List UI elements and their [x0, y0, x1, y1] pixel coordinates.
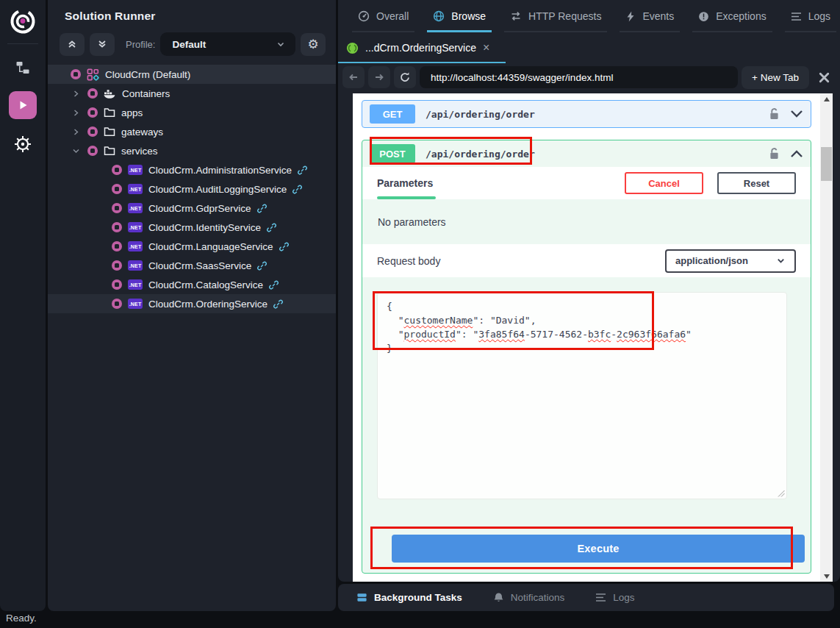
status-donut-icon — [112, 184, 122, 194]
status-donut-icon — [112, 203, 122, 213]
tree-root-label: CloudCrm (Default) — [105, 69, 190, 80]
tab-label: Events — [642, 10, 674, 22]
tree-item-saas-service[interactable]: .NET CloudCrm.SaasService — [48, 256, 336, 275]
scroll-down-icon[interactable] — [820, 571, 833, 582]
docker-icon — [104, 88, 116, 99]
method-badge-post: POST — [370, 144, 415, 163]
status-donut-icon — [112, 279, 122, 290]
link-icon[interactable] — [266, 222, 277, 233]
tab-overall[interactable]: Overall — [358, 0, 409, 32]
chevron-down-icon[interactable] — [790, 110, 803, 118]
back-button[interactable] — [342, 66, 365, 88]
link-icon[interactable] — [256, 203, 268, 214]
exclamation-circle-icon — [698, 11, 709, 22]
bottom-logs-button[interactable]: Logs — [595, 592, 634, 603]
expand-all-button[interactable] — [90, 33, 115, 56]
tree-root-cloudcrm[interactable]: CloudCrm (Default) — [48, 65, 336, 84]
tree-item-label: CloudCrm.SaasService — [148, 260, 251, 271]
request-body-editor[interactable]: { "customerName": "David", "productId": … — [377, 292, 787, 499]
double-chevron-down-icon — [97, 39, 107, 49]
chevron-up-icon[interactable] — [790, 149, 803, 158]
link-icon[interactable] — [297, 165, 308, 176]
tab-label: HTTP Requests — [528, 10, 601, 22]
dotnet-badge: .NET — [128, 222, 143, 232]
tree-item-language-service[interactable]: .NET CloudCrm.LanguageService — [48, 237, 336, 256]
cancel-button[interactable]: Cancel — [625, 172, 703, 194]
url-input[interactable] — [420, 66, 738, 88]
tree-item-services[interactable]: services — [48, 141, 336, 160]
tree-item-auditlogging-service[interactable]: .NET CloudCrm.AuditLoggingService — [48, 179, 336, 199]
scroll-up-icon[interactable] — [820, 93, 833, 104]
tree-item-catalog-service[interactable]: .NET CloudCrm.CatalogService — [48, 275, 336, 294]
browser-viewport: GET /api/ordering/order POST /api/orderi… — [353, 93, 833, 582]
notifications-button[interactable]: Notifications — [493, 592, 565, 604]
status-donut-icon — [71, 69, 81, 79]
tree-item-containers[interactable]: Containers — [48, 84, 336, 103]
status-donut-icon — [112, 299, 122, 309]
status-donut-icon — [112, 222, 122, 232]
collapse-all-button[interactable] — [60, 33, 85, 56]
chevron-right-icon[interactable] — [72, 109, 81, 117]
new-tab-label: + New Tab — [752, 72, 799, 83]
new-tab-button[interactable]: + New Tab — [742, 66, 809, 89]
status-donut-icon — [87, 88, 98, 99]
sidebar-controls: Profile: Default ⚙ — [60, 32, 326, 56]
swagger-post-operation: POST /api/ordering/order Parameters Canc… — [362, 140, 811, 574]
endpoint-path: /api/ordering/order — [426, 149, 535, 160]
background-tasks-button[interactable]: Background Tasks — [356, 592, 462, 603]
tab-logs[interactable]: Logs — [791, 0, 830, 32]
execute-button[interactable]: Execute — [392, 535, 805, 563]
tab-label: Browse — [451, 10, 486, 22]
lock-open-icon[interactable] — [768, 147, 780, 161]
tab-events[interactable]: Events — [625, 0, 674, 32]
vertical-scrollbar[interactable] — [820, 93, 833, 582]
profile-select[interactable]: Default — [160, 32, 295, 56]
status-text: Ready. — [6, 613, 37, 624]
chevron-right-icon[interactable] — [72, 90, 81, 98]
chevron-right-icon[interactable] — [72, 128, 81, 136]
post-operation-header[interactable]: POST /api/ordering/order — [362, 140, 811, 167]
solution-tree-nav-button[interactable] — [8, 54, 37, 81]
parameters-title: Parameters — [377, 177, 433, 189]
tree-item-identity-service[interactable]: .NET CloudCrm.IdentityService — [48, 218, 336, 237]
resize-handle-icon[interactable] — [778, 490, 785, 497]
browser-tab-ordering-service[interactable]: ...dCrm.OrderingService × — [338, 32, 503, 63]
tab-exceptions[interactable]: Exceptions — [698, 0, 766, 32]
tab-http-requests[interactable]: HTTP Requests — [510, 0, 601, 32]
parameters-tab[interactable]: Parameters — [377, 167, 433, 199]
tree-item-gdpr-service[interactable]: .NET CloudCrm.GdprService — [48, 199, 336, 218]
tree-item-ordering-service[interactable]: .NET CloudCrm.OrderingService — [48, 294, 336, 313]
dotnet-badge: .NET — [128, 260, 143, 271]
icon-rail — [0, 0, 46, 611]
dotnet-badge: .NET — [128, 279, 143, 290]
status-donut-icon — [112, 260, 122, 271]
devtools-button[interactable] — [813, 66, 835, 88]
link-icon[interactable] — [268, 279, 279, 290]
request-body-section: { "customerName": "David", "productId": … — [362, 277, 811, 577]
reset-button[interactable]: Reset — [717, 172, 796, 194]
link-icon[interactable] — [256, 260, 268, 271]
settings-button[interactable]: ⚙ — [301, 33, 326, 56]
request-body-code: { "customerName": "David", "productId": … — [387, 299, 778, 355]
tree-item-apps[interactable]: apps — [48, 103, 336, 122]
tree-item-administration-service[interactable]: .NET CloudCrm.AdministrationService — [48, 160, 336, 179]
kubernetes-nav-button[interactable] — [8, 131, 37, 157]
forward-button[interactable] — [368, 66, 390, 88]
reload-button[interactable] — [394, 66, 416, 88]
scrollbar-thumb[interactable] — [821, 147, 832, 181]
tab-browse[interactable]: Browse — [433, 0, 486, 32]
content-type-select[interactable]: application/json — [665, 249, 796, 273]
link-icon[interactable] — [279, 241, 290, 252]
chevron-down-icon[interactable] — [72, 147, 81, 155]
lock-open-icon[interactable] — [768, 107, 780, 121]
swagger-get-operation[interactable]: GET /api/ordering/order — [362, 100, 811, 128]
run-nav-button[interactable] — [9, 91, 37, 119]
globe-icon — [433, 10, 445, 22]
tree-item-gateways[interactable]: gateways — [48, 122, 336, 141]
dotnet-badge: .NET — [128, 299, 143, 309]
link-icon[interactable] — [292, 184, 303, 195]
close-icon[interactable]: × — [483, 41, 489, 54]
method-badge-get: GET — [370, 104, 415, 124]
tree-item-label: CloudCrm.OrderingService — [148, 299, 268, 310]
link-icon[interactable] — [273, 299, 284, 310]
